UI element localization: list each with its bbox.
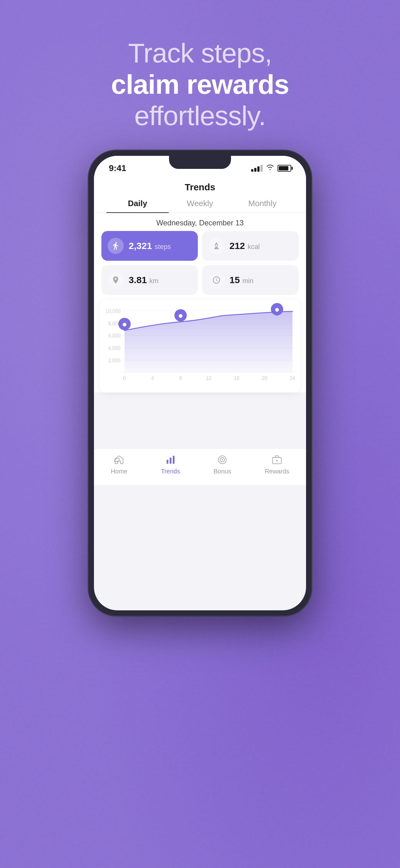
- kcal-value-container: 212 kcal: [229, 241, 260, 251]
- chart-pin-1: [119, 318, 131, 331]
- x-label-16: 16: [234, 376, 239, 381]
- rewards-icon: [271, 454, 283, 466]
- app-header: Trends: [94, 177, 306, 195]
- clock-icon: [208, 272, 225, 288]
- signal-icon: [251, 165, 263, 172]
- y-label-6000: 6,000: [108, 333, 121, 338]
- nav-trends-label: Trends: [161, 468, 180, 475]
- tab-weekly[interactable]: Weekly: [169, 199, 231, 213]
- kcal-value: 212: [229, 241, 245, 251]
- steps-card: 2,321 steps: [101, 231, 198, 261]
- phone-notch: [169, 156, 231, 169]
- nav-rewards-label: Rewards: [265, 468, 289, 475]
- nav-rewards[interactable]: Rewards: [265, 454, 289, 475]
- phone-screen: 9:41: [94, 156, 306, 610]
- hero-title: Track steps, claim rewards effortlessly.: [111, 37, 289, 132]
- trends-icon: [164, 454, 177, 466]
- steps-value: 2,321: [129, 241, 152, 251]
- wifi-icon: [266, 164, 274, 172]
- kcal-unit: kcal: [248, 243, 260, 251]
- svg-point-9: [178, 314, 182, 318]
- chart-container: 10,000 8,000 6,000 4,000 2,000: [100, 300, 300, 393]
- hero-section: Track steps, claim rewards effortlessly.: [111, 0, 289, 150]
- stats-grid: 2,321 steps 212 kcal: [94, 231, 306, 300]
- hero-line1: Track steps,: [128, 37, 272, 68]
- min-unit: min: [242, 277, 253, 285]
- status-icons: [251, 164, 291, 172]
- km-card: 3.81 km: [101, 265, 198, 295]
- svg-rect-14: [173, 456, 174, 464]
- min-value-container: 15 min: [229, 275, 253, 285]
- svg-rect-12: [167, 460, 168, 464]
- x-label-24: 24: [290, 376, 295, 381]
- km-value: 3.81: [129, 275, 147, 285]
- tab-monthly[interactable]: Monthly: [231, 199, 294, 213]
- phone-frame: 9:41: [88, 150, 312, 616]
- nav-home-label: Home: [111, 468, 127, 475]
- battery-icon: [277, 165, 291, 172]
- y-label-4000: 4,000: [108, 345, 121, 351]
- x-label-8: 8: [179, 376, 182, 381]
- hero-line2: claim rewards: [111, 69, 289, 100]
- tabs-row: Daily Weekly Monthly: [94, 195, 306, 213]
- bonus-icon: [216, 454, 229, 466]
- kcal-card: 212 kcal: [202, 231, 299, 261]
- x-label-0: 0: [123, 376, 126, 381]
- x-label-12: 12: [206, 376, 211, 381]
- km-value-container: 3.81 km: [129, 275, 159, 285]
- min-card: 15 min: [202, 265, 299, 295]
- y-label-10000: 10,000: [105, 308, 121, 314]
- svg-point-17: [222, 459, 223, 460]
- min-value: 15: [229, 275, 240, 285]
- steps-unit: steps: [155, 243, 171, 251]
- y-label-2000: 2,000: [108, 358, 121, 363]
- nav-home[interactable]: Home: [111, 454, 127, 475]
- status-time: 9:41: [109, 163, 126, 173]
- home-icon: [113, 454, 125, 466]
- x-label-20: 20: [262, 376, 268, 381]
- svg-point-7: [123, 322, 127, 326]
- nav-bonus[interactable]: Bonus: [214, 454, 231, 475]
- nav-bonus-label: Bonus: [214, 468, 231, 475]
- location-icon: [108, 272, 124, 288]
- date-label: Wednesday, December 13: [94, 213, 306, 231]
- bottom-nav: Home Trends: [94, 448, 306, 485]
- km-unit: km: [149, 277, 159, 285]
- svg-point-11: [275, 308, 279, 312]
- walk-icon: [108, 238, 124, 254]
- screen-title: Trends: [185, 182, 215, 192]
- fire-icon: [208, 238, 225, 254]
- chart-pin-2: [174, 309, 187, 322]
- chart-area: [125, 311, 292, 372]
- svg-rect-13: [170, 458, 171, 464]
- phone-mockup: 9:41: [88, 150, 312, 616]
- chart-svg: 10,000 8,000 6,000 4,000 2,000: [104, 306, 296, 386]
- tab-daily[interactable]: Daily: [106, 199, 169, 213]
- nav-trends[interactable]: Trends: [161, 454, 180, 475]
- x-label-4: 4: [151, 376, 154, 381]
- steps-value-container: 2,321 steps: [129, 241, 171, 251]
- hero-line3: effortlessly.: [134, 100, 266, 131]
